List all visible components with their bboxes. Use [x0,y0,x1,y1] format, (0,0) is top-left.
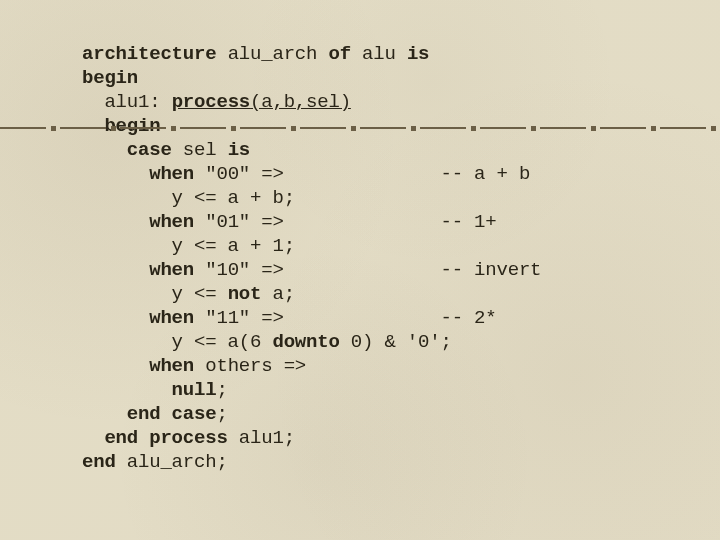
keyword: when [82,163,194,185]
keyword: when [82,307,194,329]
divider-line [0,126,720,130]
code-line: end case; [82,402,541,426]
code-line: case sel is [82,138,541,162]
code-line: null; [82,378,541,402]
code-line: y <= a + 1; [82,234,541,258]
code-line: architecture alu_arch of alu is [82,42,541,66]
keyword: architecture [82,43,216,65]
keyword: end process [82,427,228,449]
keyword: begin [82,67,138,89]
code-line: begin [82,66,541,90]
keyword: not [228,283,262,305]
code-line: end process alu1; [82,426,541,450]
keyword: is [228,139,250,161]
keyword: of [328,43,350,65]
keyword: end case [82,403,216,425]
keyword: when [82,211,194,233]
code-line: y <= not a; [82,282,541,306]
keyword: is [407,43,429,65]
keyword: when [82,259,194,281]
code-line: when "10" => -- invert [82,258,541,282]
code-line: when others => [82,354,541,378]
code-line: when "11" => -- 2* [82,306,541,330]
keyword: process [172,91,250,113]
code-line: when "01" => -- 1+ [82,210,541,234]
code-line: end alu_arch; [82,450,541,474]
keyword: end [82,451,116,473]
code-line: when "00" => -- a + b [82,162,541,186]
code-line: alu1: process(a,b,sel) [82,90,541,114]
code-line: y <= a(6 downto 0) & '0'; [82,330,541,354]
keyword: when [82,355,194,377]
keyword: null [82,379,216,401]
keyword: case [82,139,172,161]
code-line: y <= a + b; [82,186,541,210]
keyword: downto [272,331,339,353]
code-block: architecture alu_arch of alu is begin al… [82,42,541,474]
